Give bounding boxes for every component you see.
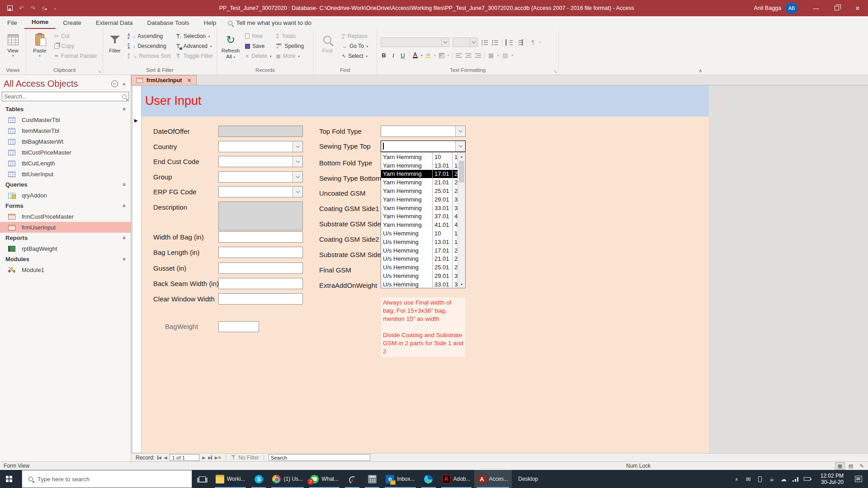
close-tab-icon[interactable]: ✕ xyxy=(187,77,191,84)
combo-dropdown-icon[interactable] xyxy=(292,156,302,167)
field-input-bag-length-in-[interactable] xyxy=(218,247,303,258)
field-input-description[interactable] xyxy=(218,202,303,230)
text-formatting-dialog-launcher-icon[interactable]: ↘ xyxy=(553,69,557,74)
dropdown-row[interactable]: U/s Hemming33.0137 xyxy=(381,280,465,289)
task-view-button[interactable] xyxy=(192,470,212,488)
tab-create[interactable]: Create xyxy=(56,18,89,29)
taskbar-clock[interactable]: 12:02 PM 30-Jul-20 xyxy=(815,470,849,488)
dropdown-row[interactable]: Yarn Hemming13.0117 xyxy=(381,161,465,170)
paragraph-direction-icon[interactable]: ¶ xyxy=(530,39,536,46)
nav-item-tblBagMasterWt[interactable]: tblBagMasterWt xyxy=(0,136,131,147)
bold-button[interactable]: B xyxy=(381,52,387,59)
bagweight-input[interactable] xyxy=(218,321,259,332)
taskbar-app-skype[interactable]: S xyxy=(249,470,269,488)
no-filter-button[interactable]: No Filter xyxy=(231,455,259,461)
increase-indent-icon[interactable] xyxy=(505,39,513,46)
bullets-icon[interactable] xyxy=(481,39,488,46)
tab-frmUserInput[interactable]: frmUserInput ✕ xyxy=(131,75,197,85)
nav-item-tblCustPriceMaster[interactable]: tblCustPriceMaster xyxy=(0,147,131,158)
field-input-top-fold-type[interactable] xyxy=(381,126,466,137)
alternate-row-color-icon[interactable]: ▤ xyxy=(502,52,509,59)
align-right-icon[interactable] xyxy=(475,53,481,58)
taskbar-app-outlook[interactable]: oInbox... xyxy=(382,470,418,488)
gridlines-icon[interactable]: ▦ xyxy=(488,52,494,59)
field-input-gusset-in-[interactable] xyxy=(218,263,303,274)
tab-file[interactable]: File xyxy=(0,18,24,29)
nav-section-header-tables[interactable]: Tables« xyxy=(0,104,131,114)
descending-button[interactable]: ZA↓Descending xyxy=(126,41,172,51)
new-record-button[interactable]: New xyxy=(243,31,273,41)
more-button[interactable]: ▦More▾ xyxy=(274,51,306,61)
avatar[interactable]: AB xyxy=(786,2,797,14)
paste-button[interactable]: Paste▾ xyxy=(28,31,52,67)
field-input-country[interactable] xyxy=(218,141,303,152)
form-view-shortcut-icon[interactable]: ▦ xyxy=(835,462,845,470)
go-to-button[interactable]: →Go To▾ xyxy=(340,41,370,51)
refresh-all-button[interactable]: ↻ RefreshAll ▾ xyxy=(219,31,242,67)
scroll-up-icon[interactable]: ▲ xyxy=(458,153,465,160)
toggle-filter-button[interactable]: Toggle Filter xyxy=(174,51,215,61)
field-input-clear-window-width[interactable] xyxy=(218,293,303,305)
select-button[interactable]: ↖Select▾ xyxy=(340,51,370,61)
phone-icon[interactable] xyxy=(757,476,764,482)
dropdown-row[interactable]: U/s Hemming1013 xyxy=(381,229,465,238)
action-center-button[interactable] xyxy=(849,470,868,488)
tab-external-data[interactable]: External Data xyxy=(89,18,140,29)
tab-database-tools[interactable]: Database Tools xyxy=(140,18,197,29)
scrollbar-thumb[interactable] xyxy=(459,161,464,183)
taskbar-app-edge[interactable] xyxy=(419,470,439,488)
dropdown-row[interactable]: Yarn Hemming41.0145 xyxy=(381,221,465,229)
record-selector-strip[interactable]: ▶ xyxy=(132,85,142,453)
taskbar-app-calculator[interactable] xyxy=(362,470,382,488)
nav-section-header-reports[interactable]: Reports« xyxy=(0,233,131,243)
minimize-button[interactable]: ― xyxy=(806,0,826,16)
desktop-toolbar[interactable]: Desktop xyxy=(512,470,544,488)
nav-item-tblUserInput[interactable]: tblUserInput xyxy=(0,169,131,179)
close-button[interactable]: ✕ xyxy=(847,0,868,16)
find-button[interactable]: Find xyxy=(316,31,339,67)
dropdown-row[interactable]: U/s Hemming25.0129 xyxy=(381,263,465,272)
nav-item-CustMasterTbl[interactable]: CustMasterTbl xyxy=(0,114,131,125)
combo-dropdown-icon[interactable] xyxy=(292,187,302,197)
cut-button[interactable]: ✂Cut xyxy=(52,31,99,41)
highlight-color-button[interactable]: ab xyxy=(425,53,431,58)
dropdown-row[interactable]: Yarn Hemming37.0141 xyxy=(381,212,465,221)
record-position-box[interactable]: 1 of 1 xyxy=(170,454,199,461)
battery-icon[interactable] xyxy=(804,477,811,481)
previous-record-button[interactable]: ◀ xyxy=(164,455,167,460)
nav-pane-menu-icon[interactable] xyxy=(109,80,120,87)
next-record-button[interactable]: ▶ xyxy=(202,455,205,460)
dropdown-row[interactable]: U/s Hemming21.0125 xyxy=(381,255,465,263)
tab-home[interactable]: Home xyxy=(24,17,56,29)
datasheet-view-shortcut-icon[interactable]: ▤ xyxy=(846,462,856,470)
filter-button[interactable]: Filter xyxy=(105,31,125,67)
collapse-ribbon-icon[interactable]: ∧ xyxy=(698,68,702,74)
nav-item-Module1[interactable]: Module1 xyxy=(0,264,131,275)
save-record-button[interactable]: Save xyxy=(243,41,273,51)
italic-button[interactable]: I xyxy=(390,52,396,59)
taskbar-app-access[interactable]: AAcces... xyxy=(474,470,512,488)
field-input-group[interactable] xyxy=(218,171,303,183)
tell-me-search[interactable]: Tell me what you want to do xyxy=(223,18,316,29)
combo-dropdown-icon[interactable] xyxy=(455,141,465,151)
remove-sort-button[interactable]: AZ↘Remove Sort xyxy=(126,51,172,61)
spelling-button[interactable]: ABC✓Spelling xyxy=(274,41,306,51)
taskbar-app-acrobat[interactable]: AAdob... xyxy=(439,470,474,488)
nav-section-header-queries[interactable]: Queries« xyxy=(0,179,131,190)
font-size-select[interactable] xyxy=(453,38,478,47)
taskbar-app-explorer[interactable]: Worki... xyxy=(212,470,249,488)
dropdown-row[interactable]: Yarn Hemming25.0129 xyxy=(381,187,465,195)
field-input-end-cust-code[interactable] xyxy=(218,156,303,167)
onedrive-cloud-icon[interactable]: ☁ xyxy=(780,476,787,483)
mail-icon[interactable]: ✉ xyxy=(745,476,752,483)
background-color-button[interactable] xyxy=(439,53,444,58)
dropdown-row[interactable]: Yarn Hemming29.0133 xyxy=(381,195,465,204)
dropdown-row[interactable]: Yarn Hemming21.0125 xyxy=(381,178,465,187)
taskbar-app-whatsapp[interactable]: ☎7What... xyxy=(307,470,342,488)
coffee-app-icon[interactable]: ☕ xyxy=(769,476,775,483)
selection-button[interactable]: ⚡Selection▾ xyxy=(174,31,215,41)
nav-section-header-forms[interactable]: Forms« xyxy=(0,201,131,211)
touch-mode-icon[interactable]: ☝▾ xyxy=(42,5,47,12)
nav-search-input[interactable]: Search... xyxy=(2,92,129,101)
align-center-icon[interactable] xyxy=(465,53,472,58)
